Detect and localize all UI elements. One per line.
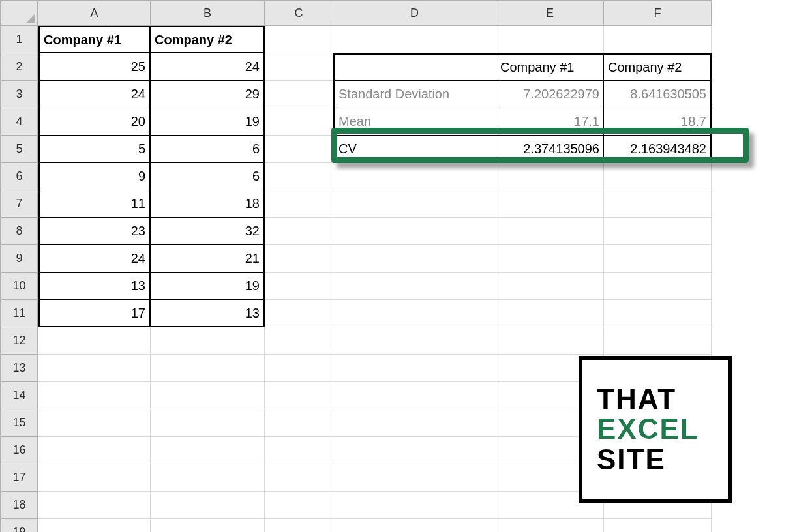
- cell-A10[interactable]: 13: [38, 273, 151, 300]
- row-header-1[interactable]: 1: [1, 26, 38, 53]
- cell-C7[interactable]: [265, 190, 333, 218]
- row-header-4[interactable]: 4: [1, 108, 38, 136]
- cell-E8[interactable]: [496, 218, 604, 245]
- cell-C2[interactable]: [265, 53, 333, 81]
- cell-C10[interactable]: [265, 273, 333, 300]
- cell-F11[interactable]: [604, 300, 712, 327]
- cell-E7[interactable]: [496, 190, 604, 218]
- cell-B13[interactable]: [151, 355, 265, 382]
- cell-A11[interactable]: 17: [38, 300, 151, 327]
- row-header-11[interactable]: 11: [1, 300, 38, 327]
- cell-C17[interactable]: [265, 464, 333, 492]
- cell-A8[interactable]: 23: [38, 218, 151, 245]
- row-header-10[interactable]: 10: [1, 273, 38, 300]
- cell-E11[interactable]: [496, 300, 604, 327]
- cell-C6[interactable]: [265, 163, 333, 190]
- cell-D15[interactable]: [333, 409, 496, 437]
- cell-C13[interactable]: [265, 355, 333, 382]
- row-header-19[interactable]: 19: [1, 519, 38, 532]
- cell-D12[interactable]: [333, 327, 496, 355]
- cell-B9[interactable]: 21: [151, 245, 265, 273]
- cell-F2[interactable]: Company #2: [604, 53, 712, 81]
- row-header-18[interactable]: 18: [1, 492, 38, 519]
- cell-C11[interactable]: [265, 300, 333, 327]
- cell-E6[interactable]: [496, 163, 604, 190]
- cell-A15[interactable]: [38, 409, 151, 437]
- cell-B10[interactable]: 19: [151, 273, 265, 300]
- cell-D14[interactable]: [333, 382, 496, 409]
- cell-F6[interactable]: [604, 163, 712, 190]
- cell-A2[interactable]: 25: [38, 53, 151, 81]
- row-header-16[interactable]: 16: [1, 437, 38, 464]
- row-header-7[interactable]: 7: [1, 190, 38, 218]
- cell-F19[interactable]: [604, 519, 712, 532]
- cell-B18[interactable]: [151, 492, 265, 519]
- cell-B14[interactable]: [151, 382, 265, 409]
- cell-A1[interactable]: Company #1: [38, 26, 151, 53]
- cell-B15[interactable]: [151, 409, 265, 437]
- cell-E10[interactable]: [496, 273, 604, 300]
- cell-A19[interactable]: [38, 519, 151, 532]
- cell-D5[interactable]: CV: [333, 136, 496, 163]
- cell-F7[interactable]: [604, 190, 712, 218]
- cell-B7[interactable]: 18: [151, 190, 265, 218]
- cell-E9[interactable]: [496, 245, 604, 273]
- cell-A13[interactable]: [38, 355, 151, 382]
- cell-D16[interactable]: [333, 437, 496, 464]
- cell-E5[interactable]: 2.374135096: [496, 136, 604, 163]
- col-header-A[interactable]: A: [38, 1, 151, 26]
- cell-B19[interactable]: [151, 519, 265, 532]
- cell-C15[interactable]: [265, 409, 333, 437]
- cell-D13[interactable]: [333, 355, 496, 382]
- cell-A18[interactable]: [38, 492, 151, 519]
- cell-B1[interactable]: Company #2: [151, 26, 265, 53]
- cell-B5[interactable]: 6: [151, 136, 265, 163]
- row-header-12[interactable]: 12: [1, 327, 38, 355]
- cell-C14[interactable]: [265, 382, 333, 409]
- cell-A3[interactable]: 24: [38, 81, 151, 108]
- cell-D17[interactable]: [333, 464, 496, 492]
- select-all-corner[interactable]: [1, 1, 38, 26]
- cell-E3[interactable]: 7.202622979: [496, 81, 604, 108]
- cell-A7[interactable]: 11: [38, 190, 151, 218]
- cell-A9[interactable]: 24: [38, 245, 151, 273]
- col-header-F[interactable]: F: [604, 1, 712, 26]
- cell-C1[interactable]: [265, 26, 333, 53]
- row-header-13[interactable]: 13: [1, 355, 38, 382]
- cell-F3[interactable]: 8.641630505: [604, 81, 712, 108]
- cell-F10[interactable]: [604, 273, 712, 300]
- cell-E12[interactable]: [496, 327, 604, 355]
- cell-D6[interactable]: [333, 163, 496, 190]
- cell-E4[interactable]: 17.1: [496, 108, 604, 136]
- row-header-17[interactable]: 17: [1, 464, 38, 492]
- cell-B6[interactable]: 6: [151, 163, 265, 190]
- cell-F5[interactable]: 2.163943482: [604, 136, 712, 163]
- cell-A6[interactable]: 9: [38, 163, 151, 190]
- cell-A12[interactable]: [38, 327, 151, 355]
- cell-F1[interactable]: [604, 26, 712, 53]
- row-header-9[interactable]: 9: [1, 245, 38, 273]
- cell-C16[interactable]: [265, 437, 333, 464]
- cell-F8[interactable]: [604, 218, 712, 245]
- col-header-D[interactable]: D: [333, 1, 496, 26]
- col-header-E[interactable]: E: [496, 1, 604, 26]
- cell-A17[interactable]: [38, 464, 151, 492]
- row-header-14[interactable]: 14: [1, 382, 38, 409]
- row-header-3[interactable]: 3: [1, 81, 38, 108]
- cell-C9[interactable]: [265, 245, 333, 273]
- cell-C12[interactable]: [265, 327, 333, 355]
- cell-D1[interactable]: [333, 26, 496, 53]
- cell-C8[interactable]: [265, 218, 333, 245]
- cell-D19[interactable]: [333, 519, 496, 532]
- cell-F4[interactable]: 18.7: [604, 108, 712, 136]
- cell-D18[interactable]: [333, 492, 496, 519]
- col-header-C[interactable]: C: [265, 1, 333, 26]
- row-header-2[interactable]: 2: [1, 53, 38, 81]
- cell-F9[interactable]: [604, 245, 712, 273]
- row-header-15[interactable]: 15: [1, 409, 38, 437]
- cell-E2[interactable]: Company #1: [496, 53, 604, 81]
- cell-B8[interactable]: 32: [151, 218, 265, 245]
- cell-D9[interactable]: [333, 245, 496, 273]
- cell-B4[interactable]: 19: [151, 108, 265, 136]
- cell-D11[interactable]: [333, 300, 496, 327]
